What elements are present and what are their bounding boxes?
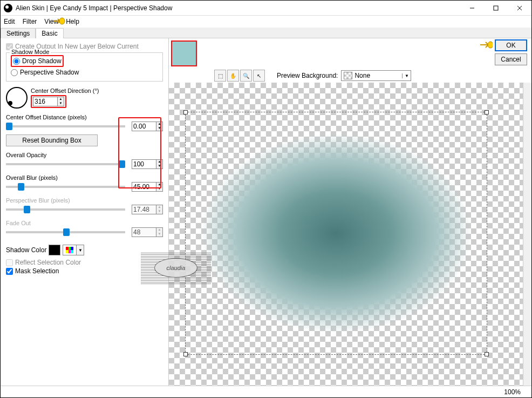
watermark: claudia	[141, 252, 211, 284]
titlebar: Alien Skin | Eye Candy 5 Impact | Perspe…	[1, 1, 531, 16]
offset-direction-input[interactable]	[33, 97, 57, 106]
tab-settings[interactable]: Settings	[1, 28, 36, 38]
pointer-hand-icon	[52, 16, 65, 26]
chevron-down-icon: ▼	[402, 73, 411, 78]
menu-help[interactable]: Help	[66, 18, 79, 25]
cancel-button[interactable]: Cancel	[495, 53, 527, 65]
perspective-blur-slider	[6, 208, 125, 211]
minimize-button[interactable]	[460, 1, 484, 15]
preset-thumbnail[interactable]	[171, 41, 197, 66]
preview-background-value: None	[354, 72, 402, 79]
reset-bounding-box-button[interactable]: Reset Bounding Box	[6, 134, 98, 146]
shadow-color-label: Shadow Color	[6, 246, 46, 254]
preview-background-select[interactable]: None ▼	[341, 70, 411, 81]
fade-out-label: Fade Out	[6, 220, 163, 226]
perspective-shadow-label: Perspective Shadow	[20, 69, 79, 76]
overall-blur-slider[interactable]	[6, 186, 125, 188]
overall-opacity-slider[interactable]	[6, 163, 125, 165]
perspective-blur-input	[132, 205, 156, 214]
watermark-text: claudia	[154, 258, 197, 278]
perspective-shadow-radio-row[interactable]: Perspective Shadow	[11, 68, 158, 77]
drop-shadow-radio-row[interactable]: Drop Shadow	[13, 57, 62, 65]
highlight-annotation	[118, 117, 161, 188]
svg-rect-1	[494, 6, 498, 10]
color-dropdown-arrow[interactable]: ▼	[77, 245, 84, 255]
menubar: Edit Filter View Help	[1, 16, 531, 28]
preview-canvas[interactable]	[169, 83, 523, 386]
pointer-hand-ok-icon	[480, 39, 493, 50]
offset-direction-dial[interactable]	[6, 87, 28, 109]
offset-direction-spinner[interactable]: ▲▼	[33, 97, 64, 106]
color-picker-button[interactable]	[63, 245, 77, 255]
navigator-tool[interactable]: ⬚	[214, 70, 226, 82]
offset-direction-label: Center Offset Direction (°)	[31, 87, 99, 94]
reflect-selection-label: Reflect Selection Color	[15, 259, 81, 266]
mask-selection-label: Mask Selection	[15, 267, 59, 275]
shadow-mode-fieldset: Shadow Mode Drop Shadow Perspective Shad…	[6, 52, 163, 82]
fade-out-slider	[6, 231, 125, 233]
settings-panel: Create Output In New Layer Below Current…	[1, 38, 169, 386]
reflect-selection-checkbox	[6, 259, 13, 266]
window-title: Alien Skin | Eye Candy 5 Impact | Perspe…	[16, 4, 460, 12]
preview-background-label: Preview Background:	[277, 72, 338, 79]
menu-edit[interactable]: Edit	[4, 18, 15, 25]
svg-point-4	[59, 18, 65, 24]
status-bar: 100%	[1, 386, 531, 397]
shadow-mode-legend: Shadow Mode	[10, 49, 51, 55]
shadow-color-swatch[interactable]	[49, 245, 60, 255]
drop-shadow-radio[interactable]	[13, 58, 20, 65]
zoom-tool[interactable]: 🔍	[240, 70, 252, 82]
mask-selection-checkbox[interactable]	[6, 268, 13, 275]
svg-point-5	[488, 42, 493, 48]
close-button[interactable]	[508, 1, 531, 15]
preview-image	[185, 112, 487, 355]
tab-basic[interactable]: Basic	[36, 28, 63, 38]
perspective-blur-label: Perspective Blur (pixels)	[6, 197, 163, 204]
fade-out-input	[132, 228, 156, 237]
fade-out-spinner: ▲▼	[132, 227, 163, 237]
drop-shadow-label: Drop Shadow	[22, 57, 62, 65]
preview-panel: ⬚ ✋ 🔍 ↖ Preview Background: None ▼ OK Ca…	[169, 38, 531, 386]
preset-thumbnail-strip	[169, 38, 531, 69]
perspective-shadow-radio[interactable]	[11, 69, 18, 76]
ok-button[interactable]: OK	[495, 39, 527, 51]
zoom-level: 100%	[504, 388, 521, 396]
vertical-scrollbar[interactable]	[523, 83, 531, 386]
tab-strip: Settings Basic	[1, 28, 531, 38]
maximize-button[interactable]	[484, 1, 508, 15]
offset-distance-slider[interactable]	[6, 125, 125, 127]
perspective-blur-spinner: ▲▼	[132, 205, 163, 214]
hand-tool[interactable]: ✋	[227, 70, 239, 82]
app-icon	[4, 4, 12, 12]
transparency-swatch-icon	[344, 72, 352, 79]
pointer-tool[interactable]: ↖	[253, 70, 265, 82]
menu-filter[interactable]: Filter	[23, 18, 37, 25]
